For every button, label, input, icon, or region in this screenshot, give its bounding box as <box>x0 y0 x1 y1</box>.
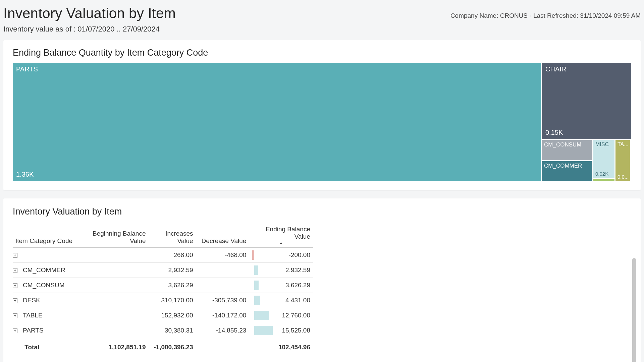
col-header-category[interactable]: Item Category Code <box>13 222 77 248</box>
cell-beginning <box>77 248 149 263</box>
treemap-tile-cm-commer[interactable]: CM_COMMER <box>542 161 592 181</box>
sort-asc-icon: ▲ <box>252 241 310 245</box>
cell-beginning <box>77 308 149 323</box>
col-header-decrease[interactable]: Decrease Value <box>196 222 249 248</box>
treemap-tile-chair[interactable]: CHAIR 0.15K <box>542 63 631 139</box>
table-row[interactable]: +DESK310,170.00-305,739.004,431.00 <box>13 293 313 308</box>
cell-category: +CM_COMMER <box>13 263 77 278</box>
expand-icon[interactable]: + <box>13 253 17 258</box>
cell-ending: 12,760.00 <box>249 308 313 323</box>
cell-ending: -200.00 <box>249 248 313 263</box>
cell-decrease: -468.00 <box>196 248 249 263</box>
cell-decrease <box>196 263 249 278</box>
expand-icon[interactable]: + <box>13 328 17 333</box>
cell-category: +DESK <box>13 293 77 308</box>
table-row[interactable]: +PARTS30,380.31-14,855.2315,525.08 <box>13 323 313 338</box>
valuation-table-card: Inventory Valuation by Item Item Categor… <box>3 198 641 362</box>
treemap-tile-cm-consum[interactable]: CM_CONSUM <box>542 140 592 160</box>
treemap-tile-label: CHAIR <box>545 65 566 73</box>
cell-increases: 152,932.00 <box>148 308 196 323</box>
cell-increases: 310,170.00 <box>148 293 196 308</box>
cell-beginning <box>77 293 149 308</box>
expand-icon[interactable]: + <box>13 298 17 303</box>
treemap-tile-table[interactable]: TA... 0.0... <box>615 140 630 181</box>
table-total-row: Total 1,102,851.19 -1,000,396.23 102,454… <box>13 338 313 355</box>
cell-category: +PARTS <box>13 323 77 338</box>
treemap-tile-label: MISC <box>595 141 609 147</box>
total-increases: -1,000,396.23 <box>148 338 196 355</box>
col-header-beginning[interactable]: Beginning Balance Value <box>77 222 149 248</box>
cell-beginning <box>77 263 149 278</box>
cell-increases: 2,932.59 <box>148 263 196 278</box>
treemap-tile-parts[interactable]: PARTS 1.36K <box>13 63 541 181</box>
treemap-tile-value: 0.15K <box>545 129 563 136</box>
treemap-tile-value: 0.02K <box>595 171 608 177</box>
total-ending: 102,454.96 <box>249 338 313 355</box>
cell-ending: 4,431.00 <box>249 293 313 308</box>
treemap-tile-value: 0.0... <box>618 174 629 180</box>
cell-decrease: -305,739.00 <box>196 293 249 308</box>
expand-icon[interactable]: + <box>13 268 17 273</box>
table-row[interactable]: +268.00-468.00-200.00 <box>13 248 313 263</box>
col-header-ending[interactable]: Ending Balance Value ▲ <box>249 222 313 248</box>
table-row[interactable]: +TABLE152,932.00-140,172.0012,760.00 <box>13 308 313 323</box>
treemap-title: Ending Balance Quantity by Item Category… <box>13 48 631 58</box>
expand-icon[interactable]: + <box>13 283 17 288</box>
treemap-tile-label: CM_COMMER <box>544 163 582 169</box>
cell-decrease: -14,855.23 <box>196 323 249 338</box>
treemap-card: Ending Balance Quantity by Item Category… <box>3 40 641 190</box>
treemap-tile-label: TA... <box>618 141 629 147</box>
cell-ending: 15,525.08 <box>249 323 313 338</box>
vertical-scrollbar[interactable] <box>632 258 636 362</box>
table-title: Inventory Valuation by Item <box>13 206 631 217</box>
table-row[interactable]: +CM_COMMER2,932.592,932.59 <box>13 263 313 278</box>
cell-increases: 268.00 <box>148 248 196 263</box>
page-subtitle: Inventory value as of : 01/07/2020 .. 27… <box>3 25 176 34</box>
cell-decrease <box>196 278 249 293</box>
total-label: Total <box>13 338 77 355</box>
company-refresh-meta: Company Name: CRONUS - Last Refreshed: 3… <box>450 12 641 19</box>
cell-ending: 2,932.59 <box>249 263 313 278</box>
treemap-tile-label: PARTS <box>16 65 38 73</box>
table-header-row: Item Category Code Beginning Balance Val… <box>13 222 313 248</box>
scrollbar-thumb[interactable] <box>632 258 636 362</box>
col-header-increases[interactable]: Increases Value <box>148 222 196 248</box>
treemap-tile-label: CM_CONSUM <box>544 141 581 148</box>
expand-icon[interactable]: + <box>13 313 17 318</box>
treemap-tile-value: 1.36K <box>16 171 34 178</box>
cell-decrease: -140,172.00 <box>196 308 249 323</box>
cell-category: +TABLE <box>13 308 77 323</box>
cell-increases: 3,626.29 <box>148 278 196 293</box>
page-title: Inventory Valuation by Item <box>3 5 176 21</box>
cell-category: + <box>13 248 77 263</box>
cell-beginning <box>77 278 149 293</box>
treemap-chart[interactable]: PARTS 1.36K CHAIR 0.15K CM_CONSUM CM_COM… <box>13 63 631 181</box>
total-beginning: 1,102,851.19 <box>77 338 149 355</box>
treemap-tile-sliver[interactable] <box>593 179 614 181</box>
cell-category: +CM_CONSUM <box>13 278 77 293</box>
valuation-table: Item Category Code Beginning Balance Val… <box>13 222 313 354</box>
cell-ending: 3,626.29 <box>249 278 313 293</box>
cell-increases: 30,380.31 <box>148 323 196 338</box>
table-row[interactable]: +CM_CONSUM3,626.293,626.29 <box>13 278 313 293</box>
treemap-tile-misc[interactable]: MISC 0.02K <box>593 140 614 178</box>
total-decrease <box>196 338 249 355</box>
cell-beginning <box>77 323 149 338</box>
